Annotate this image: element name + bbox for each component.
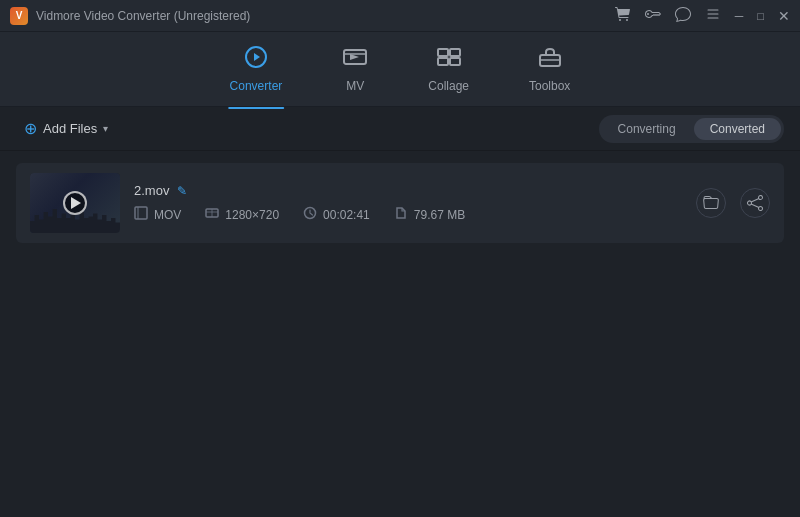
plus-icon: ⊕ xyxy=(24,119,37,138)
play-button[interactable] xyxy=(63,191,87,215)
collage-icon xyxy=(436,46,462,74)
format-value: MOV xyxy=(154,208,181,222)
file-meta: MOV 1280×720 xyxy=(134,206,682,223)
edit-icon[interactable]: ✎ xyxy=(177,184,187,198)
tab-collage-label: Collage xyxy=(428,79,469,93)
tab-converter-label: Converter xyxy=(230,79,283,93)
file-duration: 00:02:41 xyxy=(303,206,370,223)
svg-rect-7 xyxy=(450,58,460,65)
file-name: 2.mov xyxy=(134,183,169,198)
toolbox-icon xyxy=(537,46,563,74)
converting-tab[interactable]: Converting xyxy=(602,118,692,140)
tab-switcher: Converting Converted xyxy=(599,115,784,143)
size-value: 79.67 MB xyxy=(414,208,465,222)
toolbar: ⊕ Add Files ▾ Converting Converted xyxy=(0,107,800,151)
add-files-button[interactable]: ⊕ Add Files ▾ xyxy=(16,115,116,142)
duration-value: 00:02:41 xyxy=(323,208,370,222)
add-files-label: Add Files xyxy=(43,121,97,136)
minimize-icon[interactable]: ─ xyxy=(735,9,744,23)
file-format: MOV xyxy=(134,206,181,223)
title-bar-left: V Vidmore Video Converter (Unregistered) xyxy=(10,7,250,25)
cart-icon[interactable] xyxy=(615,6,631,25)
svg-rect-6 xyxy=(438,58,448,65)
app-logo: V xyxy=(10,7,28,25)
app-title: Vidmore Video Converter (Unregistered) xyxy=(36,9,250,23)
resolution-icon xyxy=(205,206,219,223)
tab-converter[interactable]: Converter xyxy=(210,38,303,101)
chat-icon[interactable] xyxy=(675,6,691,25)
tab-mv-label: MV xyxy=(346,79,364,93)
key-icon[interactable] xyxy=(645,6,661,25)
svg-rect-4 xyxy=(438,49,448,56)
nav-tabs: Converter MV Collage xyxy=(0,32,800,107)
svg-marker-1 xyxy=(254,53,260,61)
title-bar-right: ─ □ ✕ xyxy=(615,6,790,25)
file-size: 79.67 MB xyxy=(394,206,465,223)
tab-mv[interactable]: MV xyxy=(322,38,388,101)
dropdown-arrow-icon: ▾ xyxy=(103,123,108,134)
tab-toolbox-label: Toolbox xyxy=(529,79,570,93)
file-resolution: 1280×720 xyxy=(205,206,279,223)
format-icon xyxy=(134,206,148,223)
share-button[interactable] xyxy=(740,188,770,218)
svg-rect-10 xyxy=(135,207,147,219)
tab-toolbox[interactable]: Toolbox xyxy=(509,38,590,101)
maximize-icon[interactable]: □ xyxy=(757,10,764,22)
converter-icon xyxy=(243,46,269,74)
file-thumbnail[interactable] xyxy=(30,173,120,233)
duration-icon xyxy=(303,206,317,223)
title-bar: V Vidmore Video Converter (Unregistered)… xyxy=(0,0,800,32)
content-area: 2.mov ✎ MOV xyxy=(0,151,800,255)
file-name-row: 2.mov ✎ xyxy=(134,183,682,198)
file-info: 2.mov ✎ MOV xyxy=(134,183,682,223)
mv-icon xyxy=(342,46,368,74)
converted-tab[interactable]: Converted xyxy=(694,118,781,140)
svg-rect-5 xyxy=(450,49,460,56)
play-triangle-icon xyxy=(71,197,81,209)
file-actions xyxy=(696,188,770,218)
menu-icon[interactable] xyxy=(705,6,721,25)
size-icon xyxy=(394,206,408,223)
tab-collage[interactable]: Collage xyxy=(408,38,489,101)
close-button[interactable]: ✕ xyxy=(778,8,790,24)
resolution-value: 1280×720 xyxy=(225,208,279,222)
file-item: 2.mov ✎ MOV xyxy=(16,163,784,243)
open-folder-button[interactable] xyxy=(696,188,726,218)
